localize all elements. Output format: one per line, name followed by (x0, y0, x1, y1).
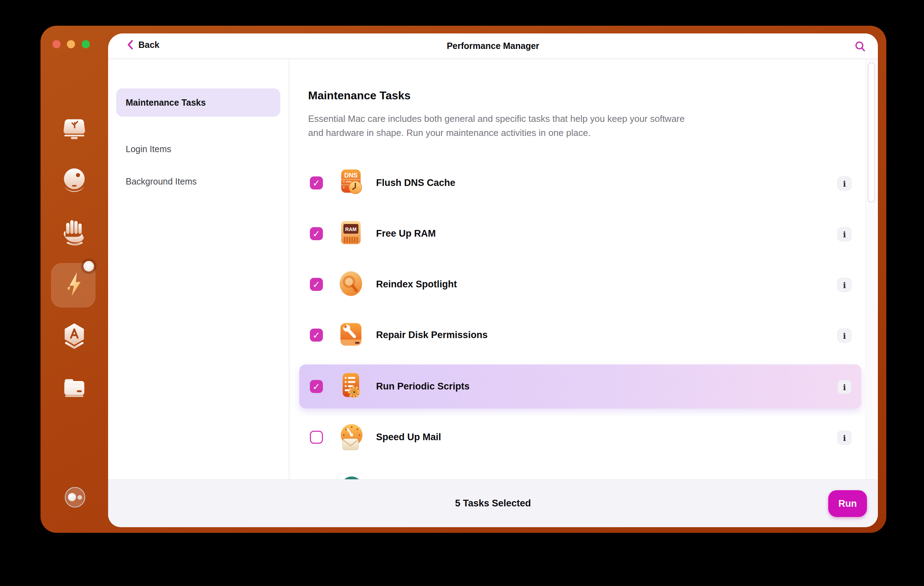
scrollbar-thumb[interactable] (868, 62, 875, 203)
mail-speedometer-icon (336, 422, 366, 452)
info-button[interactable]: i (837, 380, 851, 394)
task-row-run-periodic-scripts[interactable]: ✓ Run Periodic Scripts i (299, 365, 861, 408)
account-avatar[interactable] (65, 487, 85, 507)
svg-text:DNS: DNS (344, 172, 357, 179)
avatar-dot-small (78, 495, 82, 500)
check-icon: ✓ (313, 280, 320, 289)
info-button[interactable]: i (837, 431, 851, 445)
search-icon (854, 41, 866, 53)
subnav-label: Login Items (126, 144, 171, 154)
subnav-item-maintenance-tasks[interactable]: Maintenance Tasks (116, 88, 280, 117)
folder-icon (59, 373, 89, 403)
sidebar-item-applications[interactable] (58, 320, 91, 353)
disk-wrench-icon (336, 320, 366, 350)
footer-bar: 5 Tasks Selected Run (108, 480, 878, 527)
task-label: Speed Up Mail (376, 415, 441, 459)
ram-chip-icon: RAM (336, 219, 366, 249)
check-icon: ✓ (313, 331, 320, 340)
task-label: Free Up RAM (376, 212, 436, 256)
info-button[interactable]: i (837, 328, 851, 343)
info-button[interactable]: i (837, 227, 851, 241)
check-icon: ✓ (313, 229, 320, 238)
task-row-free-up-ram[interactable]: ✓ RAM Free Up RAM i (299, 212, 861, 256)
svg-text:RAM: RAM (345, 226, 357, 232)
scrollbar-track[interactable] (865, 59, 878, 480)
main-panel: Back Performance Manager Sort by: Name (108, 33, 878, 527)
subnav-item-login-items[interactable]: Login Items (116, 135, 280, 163)
hexagon-a-icon (59, 322, 89, 351)
desktop-background: Back Performance Manager Sort by: Name (0, 0, 924, 586)
run-button[interactable]: Run (828, 490, 867, 517)
spotlight-magnifier-icon (336, 269, 366, 299)
checkbox-checked[interactable]: ✓ (310, 227, 323, 240)
lightning-bolt-icon (59, 269, 89, 299)
document-gear-icon (336, 371, 366, 401)
info-button[interactable]: i (837, 278, 851, 292)
desktop-monitor-icon (59, 114, 89, 144)
subnav-item-background-items[interactable]: Background Items (116, 167, 280, 195)
hand-icon (59, 218, 89, 247)
app-window: Back Performance Manager Sort by: Name (41, 26, 886, 533)
subnav-label: Background Items (126, 177, 197, 187)
notification-dot (83, 261, 94, 272)
avatar-dot-large (68, 493, 76, 501)
checkbox-checked[interactable]: ✓ (310, 380, 323, 393)
app-sidebar (41, 26, 108, 533)
dns-server-clock-icon: DNS (336, 168, 366, 198)
task-label: Reindex Spotlight (376, 262, 457, 306)
page-title: Performance Manager (108, 33, 878, 58)
task-label: Repair Disk Permissions (376, 313, 488, 357)
content-description: Essential Mac care includes both general… (308, 112, 692, 140)
task-label: Flush DNS Cache (376, 161, 455, 205)
sidebar-item-cleanup[interactable] (58, 165, 91, 197)
checkbox-checked[interactable]: ✓ (310, 177, 323, 190)
task-row-repair-disk-permissions[interactable]: ✓ Repair Disk Permissions i (299, 313, 861, 357)
selection-status: 5 Tasks Selected (108, 480, 878, 527)
header-divider (108, 58, 878, 59)
search-button[interactable] (853, 40, 867, 53)
vertical-divider (289, 59, 289, 480)
sidebar-item-smart-care[interactable] (58, 113, 91, 145)
header-bar: Back Performance Manager Sort by: Name (108, 33, 878, 58)
subnav-label: Maintenance Tasks (126, 97, 206, 108)
check-icon: ✓ (313, 178, 320, 188)
info-button[interactable]: i (837, 177, 851, 190)
sidebar-item-performance[interactable] (58, 268, 91, 300)
checkbox-checked[interactable]: ✓ (310, 278, 323, 291)
task-row-flush-dns-cache[interactable]: ✓ DNS Flush DNS Cache i (299, 161, 861, 205)
checkbox-checked[interactable]: ✓ (310, 328, 323, 342)
sidebar-item-my-clutter[interactable] (58, 372, 91, 404)
task-row-reindex-spotlight[interactable]: ✓ Reindex Spotlight i (299, 262, 861, 306)
check-icon: ✓ (313, 382, 320, 391)
sphere-icon (59, 166, 89, 195)
checkbox-unchecked[interactable]: ✓ (310, 431, 323, 444)
task-label: Run Periodic Scripts (376, 365, 470, 408)
task-row-speed-up-mail[interactable]: ✓ Speed Up Mail (299, 415, 861, 459)
content-title: Maintenance Tasks (308, 89, 411, 102)
sidebar-item-protection[interactable] (58, 216, 91, 249)
